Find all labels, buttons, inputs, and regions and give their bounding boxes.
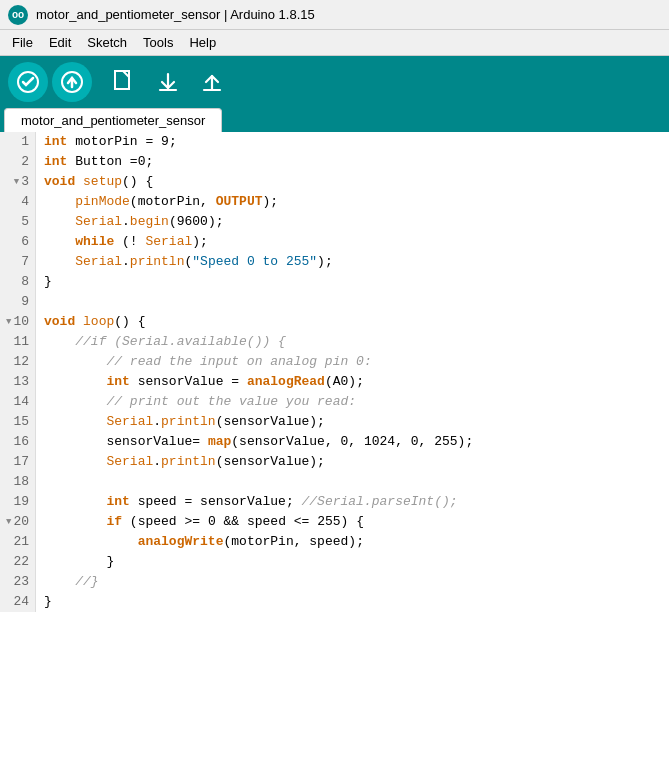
tab-motor-sensor[interactable]: motor_and_pentiometer_sensor xyxy=(4,108,222,132)
code-line-4: pinMode(motorPin, OUTPUT); xyxy=(44,192,661,212)
upload-button[interactable] xyxy=(52,62,92,102)
title-bar: oo motor_and_pentiometer_sensor | Arduin… xyxy=(0,0,669,30)
ln-7: 7 xyxy=(6,252,29,272)
code-line-20: if (speed >= 0 && speed <= 255) { xyxy=(44,512,661,532)
code-editor[interactable]: 1 2 ▼3 4 5 6 7 8 9 ▼10 11 12 13 14 15 16… xyxy=(0,132,669,760)
code-lines[interactable]: int motorPin = 9; int Button =0; void se… xyxy=(36,132,669,612)
ln-12: 12 xyxy=(6,352,29,372)
ln-10: ▼10 xyxy=(6,312,29,332)
code-line-7: Serial.println("Speed 0 to 255"); xyxy=(44,252,661,272)
ln-9: 9 xyxy=(6,292,29,312)
code-line-1: int motorPin = 9; xyxy=(44,132,661,152)
code-line-15: Serial.println(sensorValue); xyxy=(44,412,661,432)
code-line-24: } xyxy=(44,592,661,612)
menu-bar: File Edit Sketch Tools Help xyxy=(0,30,669,56)
tab-label: motor_and_pentiometer_sensor xyxy=(21,113,205,128)
ln-2: 2 xyxy=(6,152,29,172)
code-line-10: void loop() { xyxy=(44,312,661,332)
code-line-21: analogWrite(motorPin, speed); xyxy=(44,532,661,552)
new-button[interactable] xyxy=(104,62,144,102)
code-line-8: } xyxy=(44,272,661,292)
code-line-5: Serial.begin(9600); xyxy=(44,212,661,232)
ln-1: 1 xyxy=(6,132,29,152)
code-line-3: void setup() { xyxy=(44,172,661,192)
tab-bar: motor_and_pentiometer_sensor xyxy=(0,108,669,132)
ln-4: 4 xyxy=(6,192,29,212)
code-line-6: while (! Serial); xyxy=(44,232,661,252)
ln-18: 18 xyxy=(6,472,29,492)
open-button[interactable] xyxy=(148,62,188,102)
ln-3: ▼3 xyxy=(6,172,29,192)
window-title: motor_and_pentiometer_sensor | Arduino 1… xyxy=(36,7,315,22)
app-logo: oo xyxy=(8,5,28,25)
open-icon xyxy=(154,68,182,96)
menu-edit[interactable]: Edit xyxy=(41,35,79,50)
ln-11: 11 xyxy=(6,332,29,352)
line-numbers: 1 2 ▼3 4 5 6 7 8 9 ▼10 11 12 13 14 15 16… xyxy=(0,132,36,612)
code-line-18 xyxy=(44,472,661,492)
menu-sketch[interactable]: Sketch xyxy=(79,35,135,50)
ln-23: 23 xyxy=(6,572,29,592)
ln-19: 19 xyxy=(6,492,29,512)
code-line-13: int sensorValue = analogRead(A0); xyxy=(44,372,661,392)
verify-icon xyxy=(17,71,39,93)
code-line-12: // read the input on analog pin 0: xyxy=(44,352,661,372)
code-line-23: //} xyxy=(44,572,661,592)
main-area: motor_and_pentiometer_sensor 1 2 ▼3 4 5 … xyxy=(0,108,669,760)
ln-13: 13 xyxy=(6,372,29,392)
logo-text: oo xyxy=(12,9,24,20)
toolbar xyxy=(0,56,669,108)
save-icon xyxy=(198,68,226,96)
upload-icon xyxy=(61,71,83,93)
ln-15: 15 xyxy=(6,412,29,432)
ln-14: 14 xyxy=(6,392,29,412)
code-line-11: //if (Serial.available()) { xyxy=(44,332,661,352)
ln-16: 16 xyxy=(6,432,29,452)
menu-tools[interactable]: Tools xyxy=(135,35,181,50)
ln-17: 17 xyxy=(6,452,29,472)
verify-button[interactable] xyxy=(8,62,48,102)
ln-22: 22 xyxy=(6,552,29,572)
code-line-19: int speed = sensorValue; //Serial.parseI… xyxy=(44,492,661,512)
ln-8: 8 xyxy=(6,272,29,292)
ln-24: 24 xyxy=(6,592,29,612)
code-line-17: Serial.println(sensorValue); xyxy=(44,452,661,472)
code-line-2: int Button =0; xyxy=(44,152,661,172)
ln-20: ▼20 xyxy=(6,512,29,532)
code-container: 1 2 ▼3 4 5 6 7 8 9 ▼10 11 12 13 14 15 16… xyxy=(0,132,669,612)
ln-21: 21 xyxy=(6,532,29,552)
ln-5: 5 xyxy=(6,212,29,232)
code-line-9 xyxy=(44,292,661,312)
code-line-14: // print out the value you read: xyxy=(44,392,661,412)
code-line-16: sensorValue= map(sensorValue, 0, 1024, 0… xyxy=(44,432,661,452)
save-button[interactable] xyxy=(192,62,232,102)
new-icon xyxy=(110,68,138,96)
menu-help[interactable]: Help xyxy=(181,35,224,50)
code-line-22: } xyxy=(44,552,661,572)
menu-file[interactable]: File xyxy=(4,35,41,50)
ln-6: 6 xyxy=(6,232,29,252)
